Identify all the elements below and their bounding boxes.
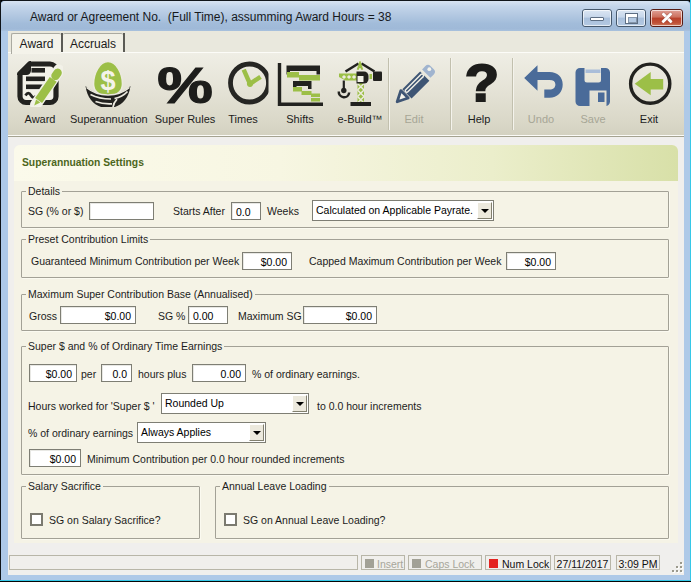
svg-text:$: $ [100, 66, 115, 96]
